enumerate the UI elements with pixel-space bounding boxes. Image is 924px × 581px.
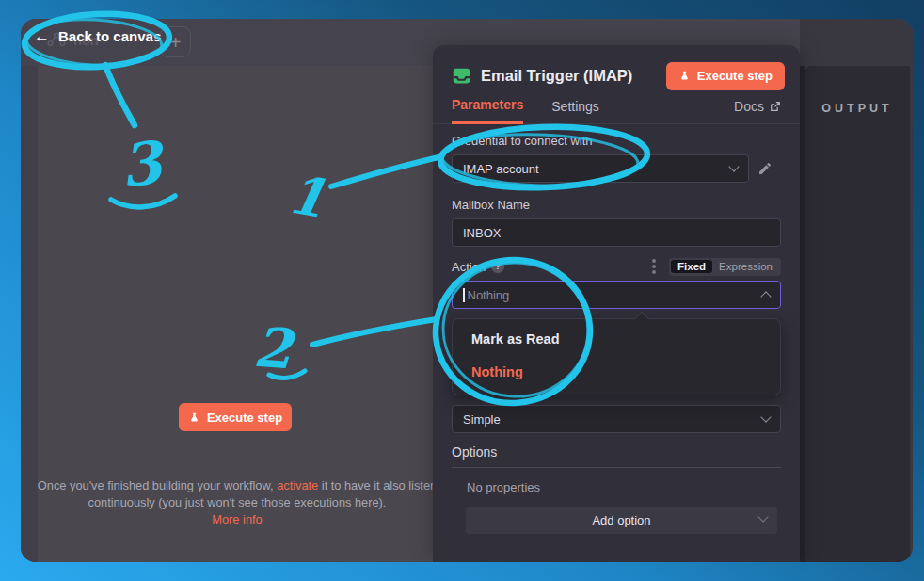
more-info-link[interactable]: More info: [28, 511, 446, 528]
app-window: n8n + ← Back to canvas Execute step Once…: [21, 19, 913, 562]
add-option-button[interactable]: Add option: [466, 507, 777, 534]
execute-step-label: Execute step: [697, 69, 773, 83]
options-divider: [452, 467, 781, 468]
edit-credential-button[interactable]: [749, 154, 781, 183]
no-properties-text: No properties: [467, 480, 781, 494]
credential-label: Credential to connect with: [452, 134, 781, 148]
docs-label: Docs: [734, 99, 764, 114]
format-select[interactable]: Simple: [452, 405, 781, 433]
email-inbox-icon: [452, 66, 471, 86]
activate-link[interactable]: activate: [277, 478, 318, 492]
mailbox-value: INBOX: [463, 226, 501, 240]
node-title: Email Trigger (IMAP): [481, 67, 632, 85]
node-header: Email Trigger (IMAP) Execute step: [433, 45, 800, 92]
action-label: Action: [452, 260, 486, 274]
fixed-expression-toggle: Fixed Expression: [669, 258, 781, 276]
back-to-canvas-button[interactable]: ← Back to canvas: [34, 28, 161, 44]
external-link-icon: [770, 101, 781, 112]
action-select[interactable]: Nothing: [452, 281, 781, 309]
pencil-icon: [757, 161, 773, 176]
help-icon[interactable]: ?: [491, 260, 504, 273]
back-arrow-icon: ←: [34, 28, 50, 44]
action-label-row: Action ?: [452, 260, 504, 274]
parameter-options-menu-icon[interactable]: [652, 265, 656, 268]
mailbox-input[interactable]: INBOX: [452, 218, 781, 247]
option-nothing-selected[interactable]: Nothing: [471, 364, 523, 379]
chevron-down-icon: [760, 412, 771, 422]
docs-link[interactable]: Docs: [734, 99, 781, 123]
back-to-canvas-label: Back to canvas: [58, 28, 161, 44]
options-section-label: Options: [452, 444, 781, 460]
action-dropdown-list: Mark as Read Nothing: [452, 318, 781, 395]
execute-step-label: Execute step: [207, 411, 282, 425]
format-value: Simple: [463, 412, 501, 427]
flask-icon: [188, 412, 200, 424]
add-option-label: Add option: [592, 513, 650, 527]
tab-settings[interactable]: Settings: [551, 99, 599, 123]
option-mark-as-read[interactable]: Mark as Read: [471, 331, 560, 347]
parameters-form: Credential to connect with IMAP account …: [433, 124, 800, 534]
flask-icon: [678, 70, 691, 82]
note-text: Once you've finished building your workf…: [38, 478, 277, 492]
text-cursor: [463, 288, 465, 302]
node-tabs: Parameters Settings Docs: [433, 92, 800, 124]
toggle-fixed[interactable]: Fixed: [671, 260, 712, 273]
execute-step-button-panel[interactable]: Execute step: [666, 62, 785, 90]
output-panel-title: OUTPUT: [805, 102, 910, 115]
credential-select[interactable]: IMAP account: [452, 154, 749, 183]
dropdown-notch: [634, 311, 650, 327]
toggle-expression[interactable]: Expression: [712, 260, 779, 273]
node-settings-panel: Email Trigger (IMAP) Execute step Parame…: [433, 45, 800, 562]
tab-parameters[interactable]: Parameters: [452, 97, 523, 124]
execute-step-button-canvas[interactable]: Execute step: [179, 403, 292, 431]
chevron-up-icon: [760, 291, 771, 301]
new-tab-button[interactable]: +: [160, 26, 191, 57]
action-value: Nothing: [468, 288, 510, 302]
credential-value: IMAP account: [463, 162, 539, 176]
plus-icon: +: [170, 32, 182, 53]
output-panel: OUTPUT: [805, 66, 910, 562]
activation-note: Once you've finished building your workf…: [28, 477, 446, 528]
chevron-down-icon: [757, 511, 768, 522]
mailbox-label: Mailbox Name: [452, 198, 781, 212]
chevron-down-icon: [728, 161, 739, 171]
